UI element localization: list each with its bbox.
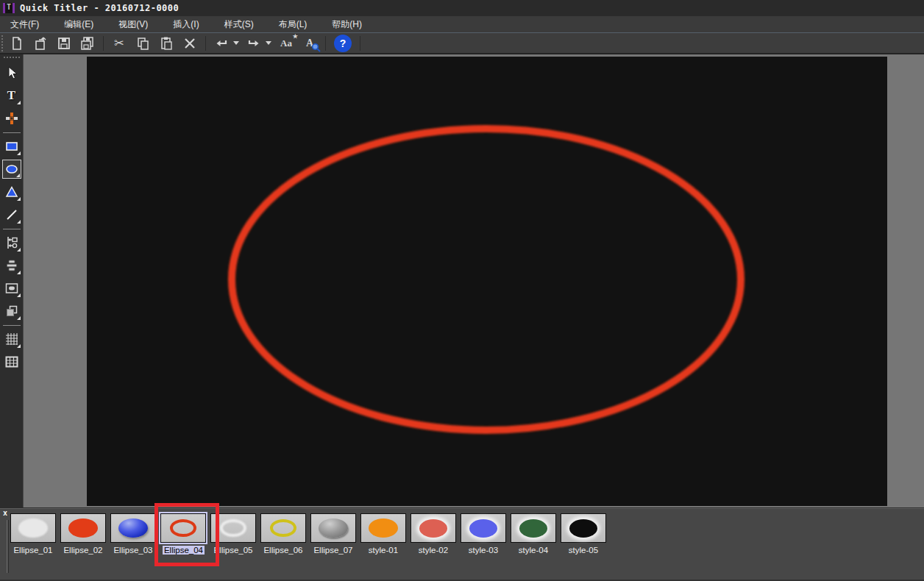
preset-ellipse-shape bbox=[220, 519, 246, 537]
redo-dropdown-caret[interactable] bbox=[266, 41, 271, 45]
palette-grip[interactable] bbox=[4, 57, 20, 60]
undo-icon bbox=[214, 36, 229, 51]
preset-ellipse-shape bbox=[469, 519, 497, 538]
toolbar-grip[interactable] bbox=[1, 35, 5, 51]
preset-ellipse-shape bbox=[118, 518, 148, 538]
preset-thumbnail[interactable] bbox=[360, 513, 406, 543]
preset-thumbnail[interactable] bbox=[461, 513, 506, 543]
save-as-icon bbox=[80, 36, 95, 51]
preset-item[interactable]: Ellipse_07 bbox=[310, 513, 356, 556]
preset-item[interactable]: style-02 bbox=[411, 513, 456, 556]
triangle-tool[interactable] bbox=[2, 182, 21, 202]
align-objects-tool[interactable] bbox=[2, 233, 21, 252]
panel-close-button[interactable]: x bbox=[1, 509, 9, 517]
preset-label: Ellipse_02 bbox=[63, 546, 102, 555]
preset-label: Ellipse_03 bbox=[113, 546, 152, 555]
preset-ellipse-shape bbox=[519, 519, 547, 538]
menu-item[interactable]: 插入(I) bbox=[173, 17, 199, 32]
undo-dropdown-caret[interactable] bbox=[233, 41, 239, 45]
align-center-tool[interactable] bbox=[2, 256, 21, 275]
preset-item[interactable]: style-05 bbox=[561, 513, 606, 556]
menu-item[interactable]: 视图(V) bbox=[118, 17, 148, 32]
delete-button[interactable] bbox=[180, 35, 199, 52]
preset-thumbnail[interactable] bbox=[310, 513, 356, 543]
preset-ellipse-shape bbox=[569, 519, 597, 538]
preset-item[interactable]: style-04 bbox=[511, 513, 556, 556]
toolbar-separator bbox=[325, 36, 326, 51]
font-style-button[interactable]: Aa ★ bbox=[277, 35, 296, 52]
line-icon bbox=[4, 207, 19, 222]
transform-cross-icon bbox=[4, 111, 19, 126]
save-as-button[interactable] bbox=[78, 35, 97, 52]
preset-item[interactable]: style-03 bbox=[461, 513, 506, 556]
grid-icon bbox=[4, 332, 19, 346]
preset-label: Ellipse_01 bbox=[13, 546, 52, 555]
menu-item[interactable]: 帮助(H) bbox=[332, 17, 362, 32]
preset-thumbnail[interactable] bbox=[561, 513, 606, 543]
preset-ellipse-shape bbox=[369, 518, 398, 538]
line-tool[interactable] bbox=[2, 205, 21, 224]
select-tool[interactable] bbox=[2, 63, 21, 82]
ellipse-icon bbox=[4, 162, 19, 177]
new-document-button[interactable] bbox=[7, 35, 26, 52]
find-font-button[interactable]: A bbox=[300, 35, 319, 52]
preset-thumbnail[interactable] bbox=[260, 513, 306, 543]
preset-ellipse-shape bbox=[68, 518, 98, 538]
save-button[interactable] bbox=[54, 35, 74, 52]
preset-item[interactable]: Ellipse_06 bbox=[260, 513, 306, 556]
preset-item[interactable]: Ellipse_01 bbox=[10, 513, 56, 556]
ellipse-tool[interactable] bbox=[2, 160, 21, 179]
ellipse-object[interactable] bbox=[232, 129, 741, 430]
paste-button[interactable] bbox=[157, 35, 176, 52]
open-icon bbox=[33, 36, 48, 51]
annotation-rectangle bbox=[154, 503, 219, 566]
panel-grip[interactable] bbox=[7, 520, 9, 573]
text-tool-icon: T bbox=[7, 88, 15, 103]
text-tool[interactable]: T bbox=[2, 86, 21, 105]
preset-thumbnail[interactable] bbox=[60, 513, 106, 543]
preset-thumbnail[interactable] bbox=[110, 513, 156, 543]
preset-item[interactable]: style-01 bbox=[360, 513, 406, 556]
preset-item[interactable]: Ellipse_02 bbox=[60, 513, 106, 556]
grid-tool[interactable] bbox=[2, 329, 21, 349]
palette-separator bbox=[3, 325, 21, 326]
menu-item[interactable]: 样式(S) bbox=[224, 17, 254, 32]
star-icon: ★ bbox=[293, 33, 298, 40]
preset-item[interactable]: Ellipse_03 bbox=[110, 513, 156, 556]
cursor-icon bbox=[4, 65, 19, 80]
preset-thumbnail[interactable] bbox=[10, 513, 56, 543]
copy-button[interactable] bbox=[133, 35, 152, 52]
menu-item[interactable]: 布局(L) bbox=[279, 17, 308, 32]
window-title: Quick Titler - 20160712-0000 bbox=[20, 3, 179, 13]
delete-icon bbox=[183, 37, 196, 50]
preset-label: style-04 bbox=[519, 546, 548, 555]
menu-bar: 文件(F)编辑(E)视图(V)插入(I)样式(S)布局(L)帮助(H) bbox=[0, 16, 924, 32]
align-objects-icon bbox=[4, 235, 19, 250]
palette-separator bbox=[3, 229, 21, 229]
cut-icon: ✂ bbox=[114, 36, 124, 50]
new-document-icon bbox=[10, 36, 24, 51]
preset-thumbnail[interactable] bbox=[411, 513, 456, 543]
center-in-screen-tool[interactable] bbox=[2, 279, 21, 298]
undo-button[interactable] bbox=[212, 35, 231, 52]
toolbar: ✂ Aa ★ A ? bbox=[0, 32, 924, 54]
open-button[interactable] bbox=[31, 35, 50, 52]
rectangle-tool[interactable] bbox=[2, 137, 21, 156]
preset-label: Ellipse_05 bbox=[213, 546, 252, 555]
paste-icon bbox=[159, 36, 174, 51]
menu-item[interactable]: 文件(F) bbox=[10, 17, 39, 32]
preset-thumbnail[interactable] bbox=[511, 513, 556, 543]
preset-label: style-05 bbox=[569, 546, 598, 555]
menu-item[interactable]: 编辑(E) bbox=[64, 17, 93, 32]
copy-icon bbox=[135, 36, 150, 51]
cut-button[interactable]: ✂ bbox=[110, 35, 129, 52]
grid-frame-tool[interactable] bbox=[2, 352, 21, 371]
title-canvas[interactable] bbox=[87, 57, 887, 506]
preset-label: Ellipse_07 bbox=[313, 546, 352, 555]
layer-order-tool[interactable] bbox=[2, 302, 21, 321]
redo-button[interactable] bbox=[244, 35, 263, 52]
align-center-icon bbox=[4, 258, 19, 273]
help-button[interactable]: ? bbox=[334, 35, 352, 52]
transform-tool[interactable] bbox=[2, 109, 21, 128]
font-style-icon: Aa bbox=[280, 38, 292, 49]
